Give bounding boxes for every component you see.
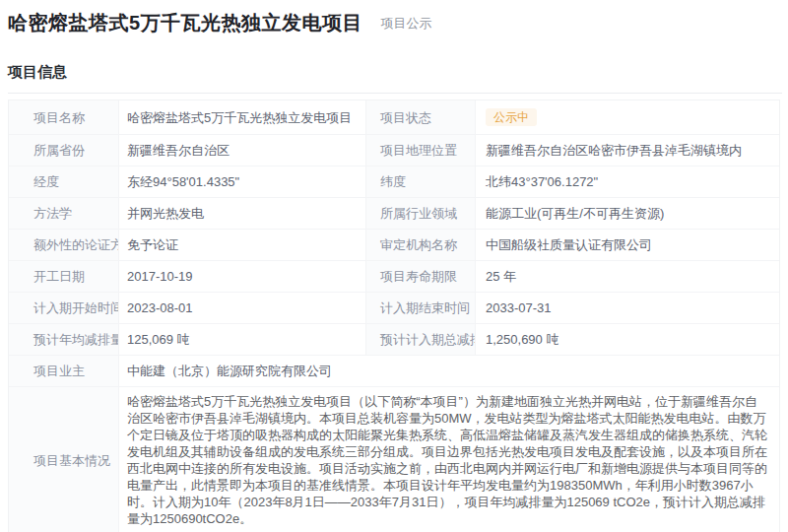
field-value-crediting-end: 2033-07-31 xyxy=(476,293,779,324)
field-value-location: 新疆维吾尔自治区哈密市伊吾县淖毛湖镇境内 xyxy=(476,135,779,166)
field-value-longitude: 东经94°58'01.4335" xyxy=(119,166,365,198)
section-title-project-info: 项目信息 xyxy=(8,63,780,82)
field-value-annual-reduction: 125,069 吨 xyxy=(119,324,365,356)
field-value-province: 新疆维吾尔自治区 xyxy=(119,135,365,166)
status-badge: 公示中 xyxy=(486,108,537,126)
field-value-project-owner: 中能建（北京）能源研究院有限公司 xyxy=(119,356,779,387)
page-title-tag: 项目公示 xyxy=(381,15,432,33)
field-label-crediting-end: 计入期结束时间 xyxy=(365,293,476,324)
field-value-latitude: 北纬43°37'06.1272" xyxy=(476,166,779,198)
field-label-project-overview: 项目基本情况 xyxy=(9,387,119,532)
page-header: 哈密熔盐塔式5万千瓦光热独立发电项目 项目公示 xyxy=(8,10,780,36)
page-title: 哈密熔盐塔式5万千瓦光热独立发电项目 xyxy=(8,10,362,36)
field-label-crediting-start: 计入期开始时间 xyxy=(9,293,119,324)
field-label-latitude: 纬度 xyxy=(365,166,476,198)
field-value-validator: 中国船级社质量认证有限公司 xyxy=(476,230,779,261)
project-publicity-page: 哈密熔盐塔式5万千瓦光热独立发电项目 项目公示 项目信息 项目名称 哈密熔盐塔式… xyxy=(0,0,788,532)
field-label-project-status: 项目状态 xyxy=(365,100,476,135)
field-label-province: 所属省份 xyxy=(9,135,119,166)
section-divider xyxy=(8,93,782,94)
field-value-lifetime: 25 年 xyxy=(476,261,779,293)
field-label-project-name: 项目名称 xyxy=(9,100,119,135)
field-label-methodology: 方法学 xyxy=(9,198,119,230)
field-value-industry: 能源工业(可再生/不可再生资源) xyxy=(476,198,779,230)
field-value-project-overview: 哈密熔盐塔式5万千瓦光热独立发电项目（以下简称“本项目”）为新建地面独立光热并网… xyxy=(119,387,779,532)
field-value-crediting-start: 2023-08-01 xyxy=(119,293,365,324)
field-value-total-reduction: 1,250,690 吨 xyxy=(476,324,779,356)
field-value-project-status: 公示中 xyxy=(476,100,779,135)
field-label-validator: 审定机构名称 xyxy=(365,230,476,261)
field-label-longitude: 经度 xyxy=(9,166,119,198)
field-label-total-reduction: 预计计入期总减排量 xyxy=(365,324,476,356)
field-label-annual-reduction: 预计年均减排量 xyxy=(9,324,119,356)
field-label-start-date: 开工日期 xyxy=(9,261,119,293)
field-value-additionality: 免予论证 xyxy=(119,230,365,261)
field-value-start-date: 2017-10-19 xyxy=(119,261,365,293)
field-label-project-owner: 项目业主 xyxy=(9,356,119,387)
field-label-additionality: 额外性的论证方式 xyxy=(9,230,119,261)
project-info-table: 项目名称 哈密熔盐塔式5万千瓦光热独立发电项目 项目状态 公示中 所属省份 新疆… xyxy=(8,100,780,532)
field-value-project-name: 哈密熔盐塔式5万千瓦光热独立发电项目 xyxy=(119,100,365,135)
field-value-methodology: 并网光热发电 xyxy=(119,198,365,230)
field-label-lifetime: 项目寿命期限 xyxy=(365,261,476,293)
field-label-location: 项目地理位置 xyxy=(365,135,476,166)
field-label-industry: 所属行业领域 xyxy=(365,198,476,230)
